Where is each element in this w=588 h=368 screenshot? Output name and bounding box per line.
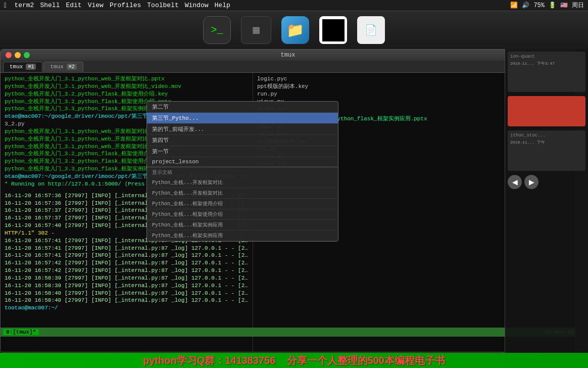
tab-1-label: tmux — [10, 64, 23, 70]
panel-card-3-content: 2018-11... 下午 — [510, 140, 583, 145]
tab-2-badge: ⌘2 — [67, 64, 77, 70]
log-line: 16-11-20 16:57:41 [27997] [INFO] [_inter… — [5, 252, 249, 259]
panel-card-1-title: ion-quant — [510, 54, 583, 59]
dock-item-blank1[interactable]: ▦ — [241, 16, 271, 44]
panel-card-2 — [508, 96, 585, 126]
right-panel: ion-quant 2018-11... 下午3:47 ithon_stoc..… — [505, 49, 588, 352]
tmux-window: 0:[tmux]* — [3, 329, 39, 335]
menu-shell[interactable]: Shell — [40, 2, 60, 9]
panel-buttons: ◀ ▶ — [508, 175, 585, 189]
wifi-icon: 📶 — [510, 2, 518, 9]
dock: >_ ▦ 📁 📄 — [0, 11, 588, 49]
date-display: 周日 — [572, 1, 584, 10]
panel-card-3: ithon_stoc... 2018-11... 下午 — [508, 130, 585, 171]
log-line: 16-11-20 16:57:42 [27997] [INFO] [_inter… — [5, 259, 249, 267]
menu-window[interactable]: Window — [185, 2, 209, 9]
window-title: tmux — [281, 52, 296, 59]
tab-1[interactable]: tmux ⌘1 — [3, 62, 42, 72]
log-line: 16-11-20 16:57:42 [27997] [INFO] [_inter… — [5, 267, 249, 274]
apple-menu[interactable]:  — [4, 2, 8, 10]
popup-item-1[interactable]: 第二节 — [147, 102, 338, 113]
file-popup[interactable]: 第二节 第三节_Pytho... 第的节_前端开发... 第四节 第一节 pro… — [146, 101, 338, 242]
log-line: 16-11-20 16:58:39 [27997] [INFO] [_inter… — [5, 274, 249, 282]
menu-term2[interactable]: term2 — [14, 2, 34, 9]
menubar:  term2 Shell Edit View Profiles Toolbel… — [0, 0, 588, 11]
menu-edit[interactable]: Edit — [66, 2, 81, 9]
popup-subitem-3[interactable]: Python_全栈...框架使用介绍 — [147, 199, 338, 209]
dock-item-folder[interactable]: 📁 — [281, 16, 309, 44]
popup-item-6[interactable]: project_lesson — [147, 157, 338, 167]
term-line: python_全栈开发入门_3.1_python_web_开发框架对比.pptx — [5, 75, 249, 83]
panel-card-1: ion-quant 2018-11... 下午3:47 — [508, 52, 585, 92]
popup-item-3[interactable]: 第的节_前端开发... — [147, 124, 338, 135]
minimize-button[interactable] — [15, 52, 21, 58]
battery-icon: 🔋 — [549, 2, 556, 9]
log-line: 16-11-20 16:57:41 [27997] [INFO] [_inter… — [5, 245, 249, 252]
menu-profiles[interactable]: Profiles — [110, 2, 141, 9]
popup-item-5[interactable]: 第一节 — [147, 146, 338, 157]
blank-icon: ▦ — [253, 23, 259, 37]
log-line: 16-11-20 16:58:40 [27997] [INFO] [_inter… — [5, 290, 249, 297]
close-button[interactable] — [6, 52, 12, 58]
tmux-statusbar: 0:[tmux]* 20-Nov-16 — [1, 328, 576, 337]
prev-button[interactable]: ◀ — [508, 175, 522, 189]
flag-icon: 🇺🇸 — [560, 2, 568, 9]
popup-subitem-6[interactable]: Python_全栈...框架实例应用 — [147, 231, 338, 241]
maximize-button[interactable] — [24, 52, 30, 58]
tab-2-label: tmux — [50, 64, 63, 70]
final-prompt: tootao@mac007:~/ — [5, 304, 249, 312]
doc-icon: 📄 — [365, 24, 377, 36]
log-line: 16-11-20 16:58:39 [27997] [INFO] [_inter… — [5, 282, 249, 290]
status-bar: python学习Q群：141383756 分享一个人整理的500本编程电子书 — [0, 353, 588, 368]
dock-item-terminal[interactable]: >_ — [203, 16, 231, 44]
status-main-text: python学习Q群：141383756 分享一个人整理的500本编程电子书 — [143, 354, 445, 367]
menu-toolbelt[interactable]: Toolbelt — [147, 2, 178, 9]
terminal-icon: >_ — [211, 24, 223, 36]
term-line: python_全栈开发入门_3.1_python_web_开发框架对比_vide… — [5, 83, 249, 90]
terminal-tabs: tmux ⌘1 tmux ⌘2 — [1, 61, 575, 73]
battery-level: 75% — [533, 2, 545, 9]
volume-icon: 🔊 — [522, 2, 529, 9]
menu-help[interactable]: Help — [215, 2, 230, 9]
term-line: python_全栈开发入门_3.2_python_flask_框架使用介绍.ke… — [5, 90, 249, 98]
next-button[interactable]: ▶ — [524, 175, 538, 189]
tab-1-badge: ⌘1 — [26, 64, 36, 70]
popup-subitem-1[interactable]: Python_全栈...开发框架对比 — [147, 177, 338, 188]
popup-item-2[interactable]: 第三节_Pytho... — [147, 113, 338, 124]
popup-divider: 显示文稿 — [147, 167, 338, 177]
popup-subitem-5[interactable]: Python_全栈...框架实例应用 — [147, 220, 338, 231]
panel-card-3-title: ithon_stoc... — [510, 133, 583, 138]
menubar-right: 📶 🔊 75% 🔋 🇺🇸 周日 — [510, 1, 584, 10]
dock-item-qr[interactable] — [319, 16, 347, 44]
folder-icon: 📁 — [286, 22, 304, 39]
terminal-titlebar: tmux — [1, 50, 575, 61]
tab-2[interactable]: tmux ⌘2 — [43, 62, 83, 72]
popup-item-4[interactable]: 第四节 — [147, 135, 338, 146]
panel-card-1-content: 2018-11... 下午3:47 — [510, 61, 583, 66]
popup-subitem-2[interactable]: Python_全栈...开发框架对比 — [147, 188, 338, 199]
dock-item-white[interactable]: 📄 — [357, 16, 385, 44]
menu-view[interactable]: View — [88, 2, 104, 9]
qr-code — [322, 19, 345, 41]
menubar-left:  term2 Shell Edit View Profiles Toolbel… — [4, 2, 230, 10]
popup-subitem-4[interactable]: Python_全栈...框架使用介绍 — [147, 209, 338, 220]
log-line: 16-11-20 16:58:40 [27997] [INFO] [_inter… — [5, 297, 249, 304]
